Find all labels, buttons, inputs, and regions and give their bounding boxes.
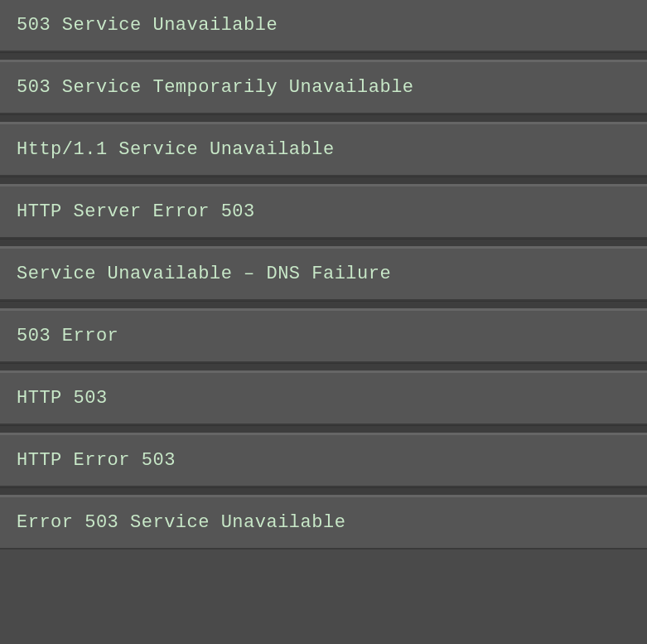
- list-item[interactable]: HTTP Server Error 503: [0, 185, 647, 239]
- list-item[interactable]: 503 Service Temporarily Unavailable: [0, 61, 647, 114]
- divider: [0, 425, 647, 433]
- item-label: HTTP Server Error 503: [17, 201, 255, 222]
- divider: [0, 301, 647, 309]
- item-label: Service Unavailable – DNS Failure: [17, 264, 391, 284]
- divider: [0, 177, 647, 185]
- divider: [0, 363, 647, 371]
- list-item[interactable]: Error 503 Service Unavailable: [0, 496, 647, 550]
- list-item[interactable]: Service Unavailable – DNS Failure: [0, 247, 647, 301]
- item-label: Http/1.1 Service Unavailable: [17, 139, 335, 160]
- item-label: HTTP 503: [17, 388, 108, 409]
- item-label: HTTP Error 503: [17, 450, 176, 471]
- item-label: 503 Service Unavailable: [17, 15, 278, 36]
- divider: [0, 114, 647, 123]
- divider: [0, 52, 647, 61]
- item-label: Error 503 Service Unavailable: [17, 512, 345, 533]
- list-item[interactable]: Http/1.1 Service Unavailable: [0, 123, 647, 177]
- item-label: 503 Service Temporarily Unavailable: [17, 77, 414, 98]
- item-label: 503 Error: [17, 326, 118, 346]
- list-item[interactable]: 503 Service Unavailable: [0, 0, 647, 52]
- divider: [0, 487, 647, 496]
- divider: [0, 239, 647, 247]
- list-item[interactable]: 503 Error: [0, 309, 647, 363]
- error-list: 503 Service Unavailable503 Service Tempo…: [0, 0, 647, 550]
- list-item[interactable]: HTTP Error 503: [0, 433, 647, 487]
- list-item[interactable]: HTTP 503: [0, 371, 647, 425]
